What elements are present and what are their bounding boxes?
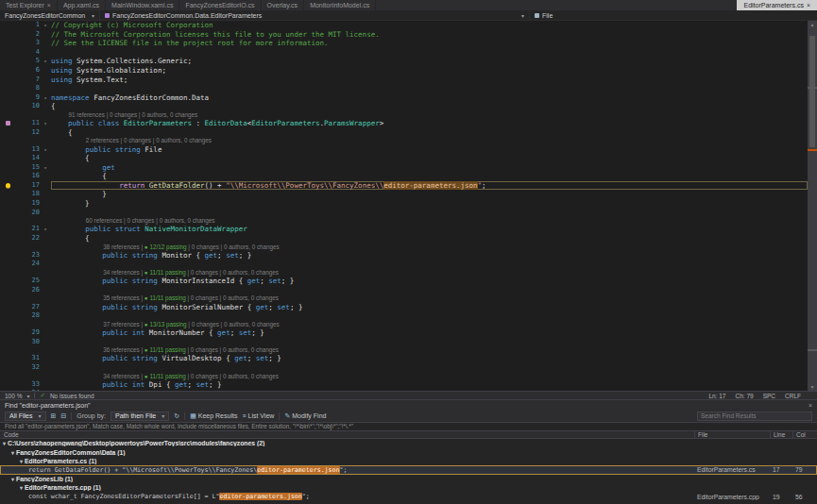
codelens-row[interactable]: 34 references | ● 11/11 passing | 0 chan… — [0, 269, 808, 277]
code-line[interactable]: 14 { — [0, 154, 808, 163]
fold-chevron-icon[interactable]: ▾ — [40, 225, 51, 234]
glyph-margin[interactable] — [0, 183, 15, 188]
code-line[interactable]: 26 — [0, 286, 808, 295]
group-by-dropdown[interactable]: Path then File ▾ — [111, 412, 169, 421]
tab-monitorinfomodel-cs[interactable]: MonitorInfoModel.cs — [304, 0, 376, 10]
code-line[interactable]: 11▾ public class EditorParameters : Edit… — [0, 119, 808, 128]
tab-app-xaml-cs[interactable]: App.xaml.cs — [58, 0, 106, 10]
code-line[interactable]: 22 { — [0, 234, 808, 244]
code-line[interactable]: 10{ — [0, 102, 808, 111]
column-code[interactable]: Code — [0, 431, 694, 438]
expand-arrow-icon[interactable]: ▾ — [3, 440, 6, 446]
codelens-row[interactable]: 38 references | ● 12/12 passing | 0 chan… — [0, 244, 808, 251]
codelens-row[interactable]: 36 references | ● 11/11 passing | 0 chan… — [0, 346, 808, 354]
code-line[interactable]: 33 public int Dpi { get; set; } — [0, 380, 808, 390]
editor-scrollbar[interactable]: ▲ ▼ — [808, 21, 817, 391]
zoom-control[interactable]: 100 % — [5, 393, 22, 399]
expand-all-icon[interactable]: ⊞ — [51, 412, 57, 420]
fold-chevron-icon[interactable]: ▾ — [40, 93, 51, 103]
fold-chevron-icon[interactable]: ▾ — [40, 21, 51, 30]
scroll-down-icon[interactable]: ▼ — [808, 383, 817, 391]
tab-overlay-cs[interactable]: Overlay.cs — [262, 0, 305, 10]
keep-results-button[interactable]: ▦ Keep Results — [190, 412, 237, 420]
health-indicator[interactable]: No issues found — [50, 393, 94, 399]
column-line[interactable]: Line — [770, 431, 792, 438]
find-result-group-row[interactable]: ▾EditorParameters.cpp (1) — [0, 483, 817, 492]
chevron-down-icon[interactable]: ▾ — [26, 393, 29, 399]
codelens-row[interactable]: 60 references | 0 changes | 0 authors, 0… — [0, 217, 808, 225]
codelens-row[interactable]: 37 references | ● 13/13 passing | 0 chan… — [0, 321, 808, 328]
code-line[interactable]: 6using System.Globalization; — [0, 66, 808, 76]
fold-chevron-icon[interactable]: ▾ — [40, 119, 51, 128]
code-line[interactable]: 27 public string MonitorSerialNumber { g… — [0, 303, 808, 312]
code-line[interactable]: 25 public string MonitorInstanceId { get… — [0, 277, 808, 286]
code-line[interactable]: 19 } — [0, 199, 808, 209]
find-result-row[interactable]: return GetDataFolder() + "\\Microsoft\\P… — [0, 465, 817, 474]
code-line[interactable]: 7using System.Text; — [0, 76, 808, 85]
code-line[interactable]: 21▾ public struct NativeMonitorDataWrapp… — [0, 225, 808, 234]
scrollbar-track[interactable] — [808, 28, 817, 383]
codelens-row[interactable]: 91 references | 0 changes | 0 authors, 0… — [0, 111, 808, 119]
code-line[interactable]: 5▾using System.Collections.Generic; — [0, 57, 808, 66]
code-line[interactable]: 23 public string Monitor { get; set; } — [0, 251, 808, 260]
lightbulb-icon[interactable] — [6, 183, 10, 188]
code-line[interactable]: 16 { — [0, 172, 808, 181]
tab-test-explorer[interactable]: Test Explorer × — [0, 0, 58, 10]
code-line[interactable]: 28 — [0, 311, 808, 321]
code-line[interactable]: 30 — [0, 338, 808, 347]
fold-chevron-icon[interactable]: ▾ — [40, 163, 51, 173]
modify-find-button[interactable]: ✎ Modify Find — [284, 412, 326, 420]
line-ending-indicator[interactable]: CRLF — [785, 393, 801, 399]
expand-arrow-icon[interactable]: ▾ — [20, 458, 23, 464]
code-line[interactable]: 13▾ public string File — [0, 145, 808, 155]
fold-chevron-icon[interactable]: ▾ — [40, 145, 51, 155]
column-indicator[interactable]: Ch: 79 — [735, 393, 753, 399]
member-dropdown[interactable]: File — [529, 10, 817, 20]
find-result-group-row[interactable]: ▾C:\Users\zhaopengwang\Desktop\powertoys… — [0, 439, 817, 447]
find-result-group-row[interactable]: ▾FancyZonesEditorCommon\Data (1) — [0, 447, 817, 456]
tab-mainwindow-xaml-cs[interactable]: MainWindow.xaml.cs — [106, 0, 179, 10]
collapse-all-icon[interactable]: ⊟ — [60, 412, 66, 420]
code-line[interactable]: 2// The Microsoft Corporation licenses t… — [0, 30, 808, 40]
expand-arrow-icon[interactable]: ▾ — [20, 484, 23, 491]
code-line[interactable]: 12 { — [0, 128, 808, 138]
code-line[interactable]: 4 — [0, 48, 808, 58]
find-panel-title-bar[interactable]: Find "editor-parameters.json" × — [0, 400, 817, 410]
code-line[interactable]: 24 — [0, 260, 808, 269]
type-dropdown[interactable]: FancyZonesEditorCommon.Data.EditorParame… — [99, 10, 529, 20]
code-line[interactable]: 9▾namespace FancyZonesEditorCommon.Data — [0, 93, 808, 103]
codelens-row[interactable]: 2 references | 0 changes | 0 authors, 0 … — [0, 137, 808, 144]
code-line[interactable]: 17 return GetDataFolder() + "\\Microsoft… — [0, 181, 808, 191]
editor-code[interactable]: 1▾// Copyright (c) Microsoft Corporation… — [0, 21, 808, 391]
glyph-margin[interactable] — [0, 121, 15, 126]
tab-fancyzoneseditorio-cs[interactable]: FancyZonesEditorIO.cs — [179, 0, 261, 10]
line-indicator[interactable]: Ln: 17 — [708, 393, 725, 399]
code-line[interactable]: 1▾// Copyright (c) Microsoft Corporation — [0, 21, 808, 30]
find-result-group-row[interactable]: ▾FancyZonesLib (1) — [0, 475, 817, 483]
list-view-button[interactable]: ≡ List View — [242, 412, 274, 419]
code-line[interactable]: 32 — [0, 363, 808, 373]
find-result-group-row[interactable]: ▾EditorParameters.cs (1) — [0, 457, 817, 465]
code-editor[interactable]: 1▾// Copyright (c) Microsoft Corporation… — [0, 21, 817, 391]
column-file[interactable]: File — [694, 431, 770, 438]
codelens-row[interactable]: 34 references | ● 11/11 passing | 0 chan… — [0, 373, 808, 380]
refresh-icon[interactable]: ↻ — [174, 412, 179, 420]
code-line[interactable]: 8 — [0, 84, 808, 93]
scrollbar-thumb[interactable] — [809, 36, 815, 147]
code-line[interactable]: 31 public string VirtualDesktop { get; s… — [0, 354, 808, 363]
search-find-results-input[interactable] — [697, 412, 812, 421]
code-line[interactable]: 18 } — [0, 190, 808, 199]
tab-editorparameters-cs-active[interactable]: EditorParameters.cs × — [737, 0, 817, 10]
column-col[interactable]: Col — [792, 431, 817, 438]
scroll-up-icon[interactable]: ▲ — [808, 21, 817, 28]
code-line[interactable]: 15▾ get — [0, 163, 808, 173]
code-line[interactable]: 3// See the LICENSE file in the project … — [0, 39, 808, 48]
close-icon[interactable]: × — [808, 402, 812, 409]
project-dropdown[interactable]: FancyZonesEditorCommon ▾ — [0, 10, 99, 20]
close-icon[interactable]: × — [47, 2, 51, 8]
code-line[interactable]: 20 — [0, 209, 808, 218]
close-icon[interactable]: × — [807, 2, 810, 8]
spaces-indicator[interactable]: SPC — [763, 393, 775, 399]
scope-dropdown[interactable]: All Files ▾ — [5, 412, 46, 421]
fold-chevron-icon[interactable]: ▾ — [40, 57, 51, 66]
